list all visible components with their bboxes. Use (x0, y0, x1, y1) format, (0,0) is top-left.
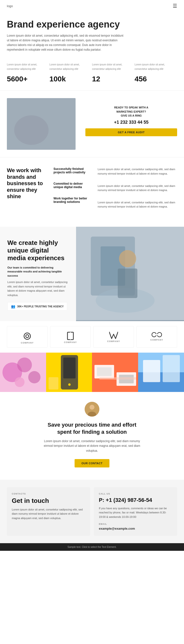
contact-heading: Get in touch (12, 497, 85, 504)
company-logo-1-icon (23, 332, 32, 340)
company-logo-2-icon (67, 332, 74, 340)
svg-point-24 (15, 377, 24, 387)
svg-point-29 (68, 383, 71, 386)
svg-rect-25 (2, 367, 22, 375)
contacts-label: CONTACTS (12, 492, 85, 495)
svg-rect-0 (7, 98, 76, 150)
brands-item-2: Committed to deliver unique digital medi… (54, 182, 93, 189)
portfolio-item-4 (138, 352, 184, 392)
company-name-1: COMPANY (9, 342, 45, 344)
digital-body: Lorem ipsum dolor sit amet, consetetur s… (7, 280, 69, 297)
digital-section: We create highly unique digital media ex… (0, 227, 184, 321)
contact-body: Lorem ipsum dolor sit amet, consetetur s… (12, 508, 85, 520)
hamburger-icon[interactable]: ☰ (173, 3, 177, 9)
stat-100k: 100k (50, 75, 92, 83)
brands-features: Successfully finished projects with crea… (49, 167, 98, 217)
footer-text: Sample text. Click to select the Text El… (68, 546, 116, 548)
people-icon: 👥 (11, 304, 15, 308)
portfolio-item-1 (0, 352, 46, 392)
brands-item-3: Work together for better branding soluti… (54, 197, 93, 204)
svg-rect-30 (49, 377, 58, 390)
brands-desc-2: Lorem ipsum dolor sit amet, consetetur s… (98, 184, 177, 192)
digital-image-svg (76, 227, 184, 320)
stat-label-3: Lorem ipsum dolor sit amet, consectetur … (92, 62, 135, 71)
our-contact-button[interactable]: OUR CONTACT (75, 459, 109, 468)
svg-rect-12 (118, 268, 137, 298)
hero-image-container (7, 98, 76, 150)
call-box: CALL US P: +1 (324) 987-56-54 If you hav… (94, 487, 177, 536)
portfolio-image-4 (138, 352, 184, 392)
company-name-3: COMPANY (96, 340, 131, 342)
call-body: If you have any questions, comments or i… (99, 506, 172, 519)
call-us-label: CALL US (99, 492, 172, 495)
email-label: EMAIL (99, 523, 172, 525)
svg-point-3 (44, 106, 68, 130)
logo-card-2: COMPANY (50, 326, 91, 348)
hero-image-inner (7, 98, 76, 150)
digital-content: We create highly unique digital media ex… (0, 227, 76, 321)
svg-rect-28 (63, 358, 76, 378)
svg-rect-6 (41, 110, 54, 132)
svg-rect-36 (99, 377, 136, 380)
svg-point-2 (17, 119, 61, 146)
brands-section: We work with brands and businesses to en… (0, 157, 184, 227)
logos-section: COMPANY COMPANY COMPANY COMPANY (0, 321, 184, 352)
svg-rect-40 (163, 355, 180, 382)
get-in-touch-box: CONTACTS Get in touch Lorem ipsum dolor … (7, 487, 90, 536)
stat-12: 12 (92, 75, 135, 83)
header: logo ☰ (0, 0, 184, 12)
digital-heading: We create highly unique digital media ex… (7, 239, 69, 262)
company-logo-4-icon (152, 332, 162, 338)
logo-card-4: COMPANY (136, 326, 177, 348)
portfolio-item-3 (92, 352, 138, 392)
digital-image-inner (76, 227, 184, 321)
company-name-2: COMPANY (53, 341, 88, 344)
stat-5600: 5600+ (7, 75, 50, 83)
footer-bar: Sample text. Click to select the Text El… (0, 543, 184, 551)
cta-panel: READY TO SPEAK WITH AMARKETING EXPERT?GI… (76, 98, 177, 136)
contact-section: CONTACTS Get in touch Lorem ipsum dolor … (0, 480, 184, 543)
brands-desc-1: Lorem ipsum dolor sit amet, consetetur s… (98, 167, 177, 176)
testimonial-heading: Save your precious time and effort spent… (43, 422, 141, 436)
email-address[interactable]: example@example.com (99, 527, 172, 530)
portfolio-item-2 (46, 352, 92, 392)
stat-label-4: Lorem ipsum dolor sit amet, consectetur … (135, 62, 177, 71)
hero-section: Brand experience agency Lorem ipsum dolo… (0, 12, 184, 57)
svg-rect-34 (97, 367, 112, 376)
trust-badge[interactable]: 👥 30K+ PEOPLE TRUSTING THE AGENCY (7, 302, 67, 310)
free-audit-button[interactable]: GET A FREE AUDIT (85, 128, 177, 136)
svg-rect-4 (14, 106, 39, 123)
svg-point-11 (119, 250, 136, 267)
svg-rect-5 (19, 113, 34, 132)
svg-point-23 (28, 371, 40, 383)
svg-point-42 (90, 405, 94, 410)
testimonial-section: Save your precious time and effort spent… (0, 392, 184, 472)
stat-label-2: Lorem ipsum dolor sit amet, consectetur … (50, 62, 92, 71)
svg-rect-39 (143, 360, 160, 382)
logo-card-3: COMPANY (93, 326, 134, 348)
cta-heading: READY TO SPEAK WITH AMARKETING EXPERT?GI… (85, 106, 177, 118)
stats-labels-row: Lorem ipsum dolor sit amet, consectetur … (0, 57, 184, 72)
call-phone: P: +1 (324) 987-56-54 (99, 497, 172, 503)
portfolio-image-3 (92, 352, 138, 392)
company-logo-3-icon (109, 332, 118, 339)
svg-point-13 (24, 333, 30, 339)
svg-rect-1 (7, 123, 46, 150)
hero-description: Lorem ipsum dolor sit amet, consectetur … (7, 34, 125, 52)
stats-numbers-row: 5600+ 100k 12 456 (0, 72, 184, 91)
hero-image (7, 98, 76, 150)
hero-image-svg (7, 98, 76, 150)
avatar (85, 402, 99, 416)
logo: logo (7, 4, 13, 8)
digital-image (76, 227, 184, 321)
brands-heading: We work with brands and businesses to en… (7, 167, 49, 217)
cta-phone: +1 232 333 44 55 (85, 120, 177, 125)
portfolio-image-2 (46, 352, 92, 392)
digital-subtitle: Our team is committed to delivering meas… (7, 266, 69, 278)
company-name-4: COMPANY (139, 338, 175, 341)
avatar-image (85, 402, 99, 416)
image-cta-section: READY TO SPEAK WITH AMARKETING EXPERT?GI… (0, 91, 184, 157)
stat-456: 456 (135, 75, 177, 83)
stat-label-1: Lorem ipsum dolor sit amet, consectetur … (7, 62, 50, 71)
portfolio-image-1 (0, 352, 46, 392)
